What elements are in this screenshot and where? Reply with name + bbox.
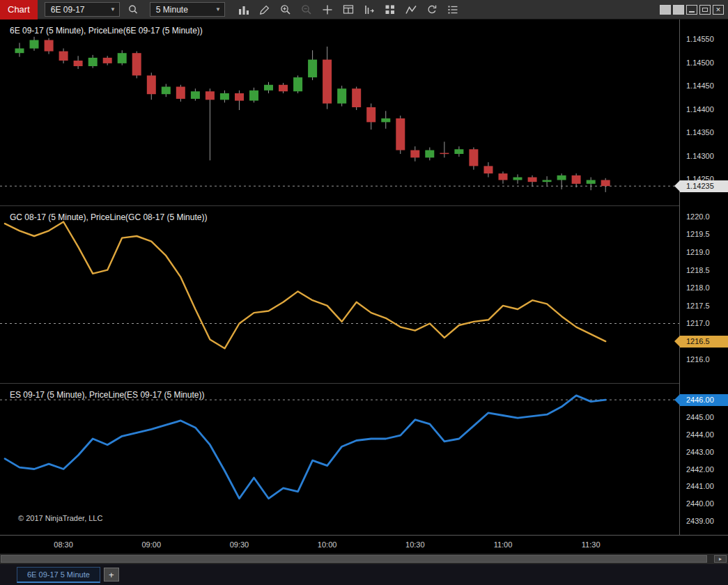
candle [30, 37, 39, 51]
float-button[interactable] [673, 5, 684, 15]
price-axis-tick: 1.14450 [686, 81, 714, 90]
candle [206, 88, 215, 160]
drawing-tools-icon[interactable] [256, 1, 274, 18]
price-axis-tick: 1220.0 [686, 212, 710, 221]
strategies-icon[interactable] [381, 1, 400, 18]
panel-separator[interactable] [0, 383, 728, 384]
panel-title: 6E 09-17 (5 Minute), PriceLine(6E 09-17 … [10, 26, 203, 36]
instrument-selector[interactable]: 6E 09-17 ▼ [45, 2, 120, 17]
price-marker-arrow-icon [674, 394, 680, 405]
candle [528, 176, 537, 187]
candle [132, 52, 141, 79]
price-axis-tick: 2439.00 [686, 517, 714, 525]
scroll-right-button[interactable] [714, 555, 727, 563]
price-axis-tick: 1218.0 [686, 283, 710, 292]
zoom-out-icon[interactable] [297, 1, 316, 18]
price-marker: 1216.5 [680, 336, 728, 348]
maximize-button[interactable] [699, 5, 711, 15]
candle [469, 148, 478, 170]
chart-plot-area[interactable]: 1.145501.145001.144501.144001.143501.143… [0, 20, 728, 554]
candle [396, 116, 405, 154]
interval-selector-value: 5 Minute [156, 5, 188, 15]
time-axis-label: 09:30 [230, 540, 249, 549]
candle [74, 56, 83, 69]
6e-chart[interactable] [0, 20, 679, 206]
chart-tab-label: 6E 09-17 5 Minute [27, 570, 90, 579]
candle [440, 142, 449, 158]
properties-icon[interactable] [444, 1, 463, 18]
price-axis-tick: 1217.5 [686, 302, 710, 310]
window-menu-chart[interactable]: Chart [0, 0, 38, 20]
price-axis[interactable]: 1.145501.145001.144501.144001.143501.143… [679, 20, 728, 535]
chevron-down-icon: ▼ [215, 6, 221, 13]
candle [308, 50, 317, 80]
time-axis[interactable]: 08:3009:0009:3010:0010:3011:0011:30 [0, 535, 728, 554]
zoom-in-icon[interactable] [277, 1, 295, 18]
minimize-button[interactable] [686, 5, 697, 15]
time-axis-label: 11:00 [494, 540, 513, 549]
candle [410, 146, 419, 162]
candle [249, 88, 258, 103]
price-axis-tick: 2445.00 [686, 413, 714, 421]
data-box-icon[interactable] [339, 1, 358, 18]
price-axis-tick: 1218.5 [686, 266, 710, 274]
candle [45, 38, 54, 54]
candle [191, 88, 200, 100]
time-axis-label: 08:30 [54, 540, 73, 549]
candle [352, 87, 361, 111]
crosshair-icon[interactable] [318, 1, 337, 18]
price-marker-arrow-icon [674, 336, 680, 347]
window-controls [660, 5, 728, 15]
price-marker-arrow-icon [674, 180, 680, 192]
candle [162, 84, 171, 98]
price-axis-tick: 1.14300 [686, 152, 714, 160]
price-series-line [5, 222, 605, 349]
interval-selector[interactable]: 5 Minute ▼ [150, 2, 225, 17]
search-icon [127, 3, 139, 16]
candle [366, 104, 375, 130]
reload-icon[interactable] [423, 1, 442, 18]
candle [293, 75, 302, 93]
price-axis-tick: 1219.5 [686, 230, 710, 238]
chart-window: Chart 6E 09-17 ▼ 5 Minute ▼ 1.145501.145… [0, 0, 728, 585]
copyright-text: © 2017 NinjaTrader, LLC [18, 514, 102, 522]
time-axis-label: 09:00 [142, 540, 162, 549]
price-axis-tick: 2440.00 [686, 499, 714, 508]
price-axis-tick: 1217.0 [686, 319, 710, 327]
add-tab-button[interactable]: + [104, 568, 119, 582]
close-button[interactable] [713, 5, 724, 15]
gc-chart[interactable] [0, 206, 679, 384]
panel-title: ES 09-17 (5 Minute), PriceLine(ES 09-17 … [10, 390, 204, 400]
candle [323, 47, 332, 109]
dock-button[interactable] [660, 5, 671, 15]
candle [557, 173, 566, 189]
candle [587, 178, 596, 191]
price-axis-tick: 1.14500 [686, 58, 714, 67]
price-axis-tick: 1.14400 [686, 105, 714, 114]
time-axis-label: 10:30 [405, 540, 425, 549]
chart-tab-6e-5minute[interactable]: 6E 09-17 5 Minute [17, 567, 100, 583]
indicators-icon[interactable] [402, 1, 421, 18]
price-axis-tick: 2442.00 [686, 465, 714, 474]
toolbar: Chart 6E 09-17 ▼ 5 Minute ▼ [0, 0, 728, 20]
price-marker: 1.14235 [680, 180, 728, 192]
candle [88, 55, 98, 68]
candle [59, 49, 68, 64]
candle [484, 162, 493, 178]
chart-trader-icon[interactable] [360, 1, 379, 18]
chevron-down-icon: ▼ [110, 6, 116, 13]
price-axis-tick: 1219.0 [686, 248, 710, 256]
candle [147, 72, 156, 100]
candle [103, 56, 112, 65]
horizontal-scrollbar[interactable] [0, 554, 728, 564]
es-chart[interactable] [0, 384, 679, 535]
chart-style-icon[interactable] [235, 1, 254, 18]
tab-bar: 6E 09-17 5 Minute + [0, 564, 728, 585]
price-marker-value: 1.14235 [686, 182, 714, 190]
candle [279, 83, 288, 93]
instrument-search-button[interactable] [124, 1, 143, 18]
candle [220, 91, 229, 103]
candle [543, 176, 552, 185]
scrollbar-thumb[interactable] [1, 555, 707, 563]
panel-separator[interactable] [0, 205, 728, 206]
